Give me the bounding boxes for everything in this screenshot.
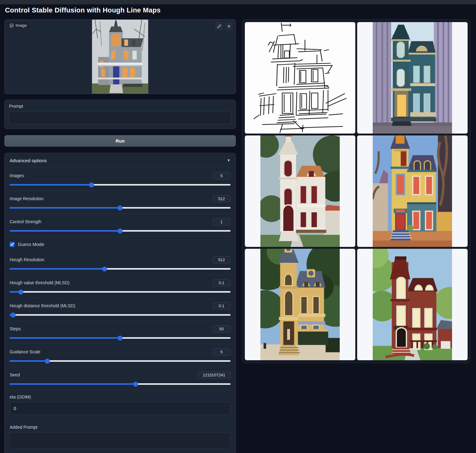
pencil-icon [217, 24, 221, 28]
slider-handle[interactable] [11, 313, 16, 318]
gallery-item-gold-victorian[interactable] [245, 249, 355, 360]
yellow-victorian-image [373, 135, 452, 247]
white-victorian-image [260, 135, 340, 247]
advanced-options-panel: Advanced options ▼ Images 5 Image Resolu… [4, 153, 236, 453]
gallery-item-yellow-victorian[interactable] [357, 135, 468, 247]
input-image-panel[interactable]: Image ✕ [4, 19, 236, 94]
slider-handle[interactable] [45, 359, 50, 364]
prompt-label: Prompt [9, 104, 231, 109]
slider-value-image-resolution[interactable]: 512 [212, 195, 231, 202]
run-button[interactable]: Run [4, 135, 236, 147]
gallery-item-teal-victorian[interactable] [357, 22, 468, 134]
slider-value-hough-resolution[interactable]: 512 [212, 256, 231, 263]
image-label: Image [16, 23, 27, 28]
controls-column: Image ✕ [4, 19, 236, 453]
top-strip [0, 0, 476, 4]
gold-victorian-image [260, 249, 340, 360]
guess-mode-label: Guess Mode [18, 242, 44, 247]
slider-image-resolution: Image Resolution 512 [10, 191, 231, 214]
slider-value-control-strength[interactable]: 1 [212, 218, 231, 225]
slider-handle[interactable] [18, 290, 23, 295]
slider-track-images[interactable] [10, 184, 231, 186]
slider-value-images[interactable]: 5 [212, 172, 231, 179]
red-brick-victorian-image [373, 249, 452, 360]
slider-handle[interactable] [118, 205, 123, 210]
slider-track-hough-value-threshold[interactable] [10, 291, 231, 293]
slider-hough-value-threshold: Hough value threshold (MLSD) 0.1 [10, 275, 231, 298]
slider-handle[interactable] [102, 267, 107, 271]
input-house-photo [92, 20, 148, 94]
result-gallery [242, 19, 470, 363]
guess-mode-row[interactable]: Guess Mode [10, 237, 231, 252]
image-label-badge: Image [7, 21, 30, 29]
eta-row: eta (DDIM) [10, 390, 231, 420]
slider-guidance-scale: Guidance Scale 5 [10, 344, 231, 367]
added-prompt-input[interactable] [10, 432, 231, 448]
slider-track-guidance-scale[interactable] [10, 360, 231, 362]
input-image-thumbnail[interactable] [92, 20, 148, 94]
gallery-item-white-victorian[interactable] [245, 135, 355, 247]
slider-control-strength: Control Strength 1 [10, 214, 231, 237]
slider-track-control-strength[interactable] [10, 230, 231, 232]
prompt-panel: Prompt [4, 100, 236, 129]
slider-images: Images 5 [10, 168, 231, 191]
slider-track-steps[interactable] [10, 337, 231, 339]
edit-image-button[interactable] [215, 22, 223, 30]
slider-value-seed[interactable]: 1215107241 [198, 371, 231, 379]
advanced-options-title: Advanced options [10, 158, 47, 163]
chevron-down-icon: ▼ [227, 158, 231, 163]
guess-mode-checkbox[interactable] [10, 242, 15, 247]
slider-value-guidance-scale[interactable]: 5 [212, 348, 231, 356]
slider-value-steps[interactable]: 50 [212, 325, 231, 333]
slider-track-hough-distance-threshold[interactable] [10, 314, 231, 316]
hough-line-map-image [245, 22, 355, 134]
slider-hough-resolution: Hough Resolution 512 [10, 252, 231, 275]
slider-handle[interactable] [89, 182, 94, 187]
slider-seed: Seed 1215107241 [10, 367, 231, 390]
slider-value-hough-distance-threshold[interactable]: 0.1 [212, 302, 231, 309]
gallery-item-red-brick-victorian[interactable] [357, 249, 468, 360]
eta-label: eta (DDIM) [10, 394, 231, 399]
added-prompt-label: Added Prompt [10, 425, 231, 430]
slider-track-seed[interactable] [10, 383, 231, 385]
slider-handle[interactable] [133, 382, 138, 387]
advanced-options-header[interactable]: Advanced options ▼ [10, 153, 231, 168]
clear-image-button[interactable]: ✕ [225, 22, 233, 30]
prompt-input[interactable] [9, 111, 231, 124]
page-title: Control Stable Diffusion with Hough Line… [5, 6, 161, 14]
image-icon [9, 23, 14, 28]
added-prompt-row: Added Prompt [10, 420, 231, 453]
slider-value-hough-value-threshold[interactable]: 0.1 [212, 279, 231, 286]
slider-handle[interactable] [118, 336, 123, 341]
teal-victorian-image [373, 22, 452, 134]
slider-track-hough-resolution[interactable] [10, 268, 231, 270]
slider-handle[interactable] [118, 229, 123, 234]
slider-hough-distance-threshold: Hough distance threshold (MLSD) 0.1 [10, 298, 231, 321]
slider-track-image-resolution[interactable] [10, 207, 231, 209]
close-icon: ✕ [227, 24, 231, 29]
gallery-item-hough-line-map[interactable] [245, 22, 355, 134]
eta-input[interactable] [10, 402, 231, 415]
slider-steps: Steps 50 [10, 321, 231, 344]
